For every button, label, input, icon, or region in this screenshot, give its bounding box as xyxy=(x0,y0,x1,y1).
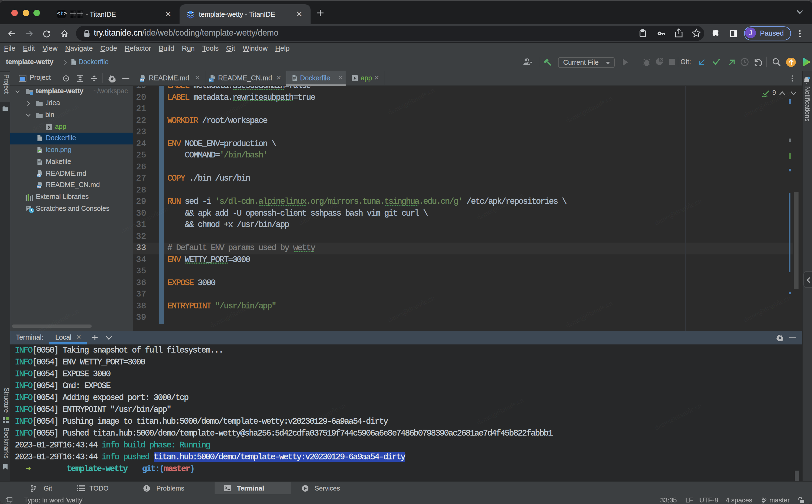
svg-text:MD: MD xyxy=(139,79,144,82)
svg-text:MD: MD xyxy=(37,185,41,188)
svg-text:MD: MD xyxy=(37,174,41,177)
svg-text:MD: MD xyxy=(209,79,214,82)
